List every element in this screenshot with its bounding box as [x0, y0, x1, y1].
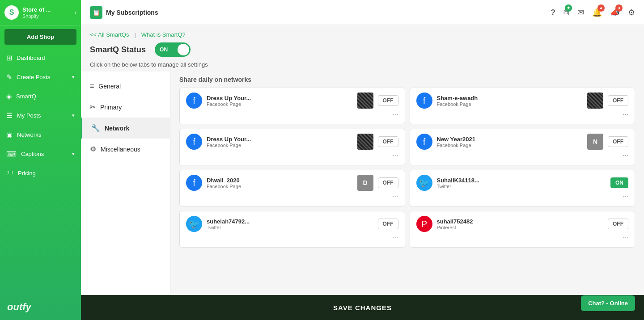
sidebar-item-smartq[interactable]: ◈ SmartQ [0, 87, 81, 106]
network-thumb: N [587, 134, 603, 150]
store-avatar: S [4, 5, 19, 20]
network-toggle-button[interactable]: OFF [378, 95, 398, 106]
network-name: SuhailK34118... [437, 177, 586, 184]
help-icon[interactable]: ? [551, 7, 555, 17]
networks-grid: f Dress Up Your... Facebook Page OFF ···… [179, 88, 635, 248]
facebook-platform-icon: f [186, 93, 202, 109]
network-more-options[interactable]: ··· [416, 109, 629, 119]
smartq-status-row: SmartQ Status ON [81, 38, 644, 59]
network-more-options[interactable]: ··· [186, 232, 398, 243]
sidebar-item-label: Captions [21, 151, 44, 157]
sidebar-item-label: Create Posts [17, 74, 50, 80]
toggle-knob [178, 44, 189, 55]
network-card-suhailk-twitter: 🐦 SuhailK34118... Twitter ON ··· [410, 170, 636, 206]
store-header[interactable]: S Store of ... Shopify › [0, 0, 81, 25]
toggle-text: ON [160, 46, 168, 53]
network-toggle-button[interactable]: ON [610, 177, 628, 188]
megaphone-icon[interactable]: 📣 3 [610, 7, 620, 17]
network-info: Sham-e-awadh Facebook Page [437, 95, 583, 107]
store-subtitle: Shopify [22, 13, 51, 19]
network-toggle-button[interactable]: OFF [608, 136, 628, 147]
network-more-options[interactable]: ··· [186, 150, 398, 160]
tabs-networks-area: ≡ General ✂ Primary 🔧 Network ⚙ Miscella… [81, 72, 644, 295]
networks-section-title: Share daily on networks [179, 76, 635, 83]
chevron-down-icon: ▾ [72, 151, 75, 157]
add-shop-button[interactable]: Add Shop [4, 29, 76, 45]
network-type: Twitter [207, 225, 353, 230]
tab-primary[interactable]: ✂ Primary [81, 97, 170, 118]
network-card-inner: f Dress Up Your... Facebook Page OFF [186, 134, 398, 150]
facebook-platform-icon: f [186, 134, 202, 150]
sidebar-item-label: Pricing [18, 170, 36, 177]
network-thumb: D [357, 175, 373, 191]
network-info: New Year2021 Facebook Page [437, 136, 583, 148]
sidebar-item-pricing[interactable]: 🏷 Pricing [0, 164, 81, 182]
network-toggle-button[interactable]: OFF [608, 95, 628, 106]
tab-general[interactable]: ≡ General [81, 76, 170, 97]
network-name: Sham-e-awadh [437, 95, 583, 101]
sidebar-item-my-posts[interactable]: ☰ My Posts ▾ [0, 106, 81, 125]
network-name: suhail752482 [437, 218, 583, 225]
sidebar-item-label: SmartQ [16, 93, 36, 100]
tab-network[interactable]: 🔧 Network [81, 118, 170, 139]
megaphone-badge: 3 [615, 4, 623, 12]
window-icon[interactable]: ⧉ ★ [564, 7, 569, 17]
mail-icon[interactable]: ✉ [577, 7, 584, 17]
network-type: Facebook Page [437, 143, 583, 148]
facebook-platform-icon: f [416, 134, 432, 150]
topbar-title: My Subscriptions [106, 9, 158, 16]
network-more-options[interactable]: ··· [416, 150, 629, 160]
general-icon: ≡ [90, 82, 94, 90]
network-card-diwali-2020-fb: f Diwali_2020 Facebook Page D OFF ··· [179, 170, 405, 206]
bell-icon[interactable]: 🔔 4 [592, 7, 602, 17]
network-info: Dress Up Your... Facebook Page [207, 95, 353, 107]
network-name: Diwali_2020 [207, 177, 353, 184]
settings-icon[interactable]: ⚙ [628, 7, 635, 17]
facebook-platform-icon: f [416, 93, 432, 109]
network-name: New Year2021 [437, 136, 583, 143]
network-info: Diwali_2020 Facebook Page [207, 177, 353, 189]
tab-miscellaneous[interactable]: ⚙ Miscellaneous [81, 139, 170, 160]
smartq-icon: ◈ [6, 92, 12, 101]
captions-icon: ⌨ [6, 150, 17, 158]
tab-label: Network [105, 125, 129, 132]
network-thumb [357, 216, 373, 232]
network-name: Dress Up Your... [207, 95, 353, 101]
network-icon: 🔧 [91, 124, 100, 132]
what-is-smartq-link[interactable]: What is SmartQ? [141, 31, 186, 38]
network-thumb [587, 216, 603, 232]
save-changes-button[interactable]: SAVE CHANGES [333, 304, 392, 312]
network-more-options[interactable]: ··· [416, 191, 629, 202]
sidebar-item-dashboard[interactable]: ⊞ Dashboard [0, 48, 81, 67]
network-card-new-year-2021-fb: f New Year2021 Facebook Page N OFF ··· [410, 129, 636, 165]
network-name: Dress Up Your... [207, 136, 353, 143]
tab-label: Miscellaneous [101, 146, 140, 153]
topbar-left: 📋 My Subscriptions [90, 6, 158, 19]
network-card-inner: f New Year2021 Facebook Page N OFF [416, 134, 629, 150]
network-more-options[interactable]: ··· [186, 109, 398, 119]
sidebar-item-captions[interactable]: ⌨ Captions ▾ [0, 144, 81, 164]
twitter-platform-icon: 🐦 [416, 175, 432, 191]
network-toggle-button[interactable]: OFF [378, 136, 398, 147]
smartq-toggle[interactable]: ON [155, 42, 191, 57]
network-more-options[interactable]: ··· [416, 232, 629, 243]
network-more-options[interactable]: ··· [186, 191, 398, 202]
network-info: Dress Up Your... Facebook Page [207, 136, 353, 148]
tab-label: General [98, 83, 121, 90]
chat-bubble[interactable]: Chat? - Online [581, 295, 635, 311]
sidebar-item-networks[interactable]: ◉ Networks [0, 125, 81, 144]
facebook-platform-icon: f [186, 175, 202, 191]
network-type: Facebook Page [207, 101, 353, 107]
tab-label: Primary [100, 104, 122, 111]
back-link[interactable]: << All SmartQs [90, 31, 129, 38]
network-toggle-button[interactable]: OFF [378, 177, 398, 188]
network-toggle-button[interactable]: OFF [378, 219, 398, 229]
sidebar-item-create-posts[interactable]: ✎ Create Posts ▾ [0, 67, 81, 87]
network-thumb [587, 93, 603, 109]
network-card-dress-up-fb-1: f Dress Up Your... Facebook Page OFF ··· [179, 88, 405, 124]
network-card-inner: f Diwali_2020 Facebook Page D OFF [186, 175, 398, 191]
sidebar-item-label: Dashboard [17, 55, 45, 61]
save-bar: SAVE CHANGES [81, 295, 644, 320]
network-toggle-button[interactable]: OFF [608, 219, 628, 229]
miscellaneous-icon: ⚙ [90, 145, 96, 153]
